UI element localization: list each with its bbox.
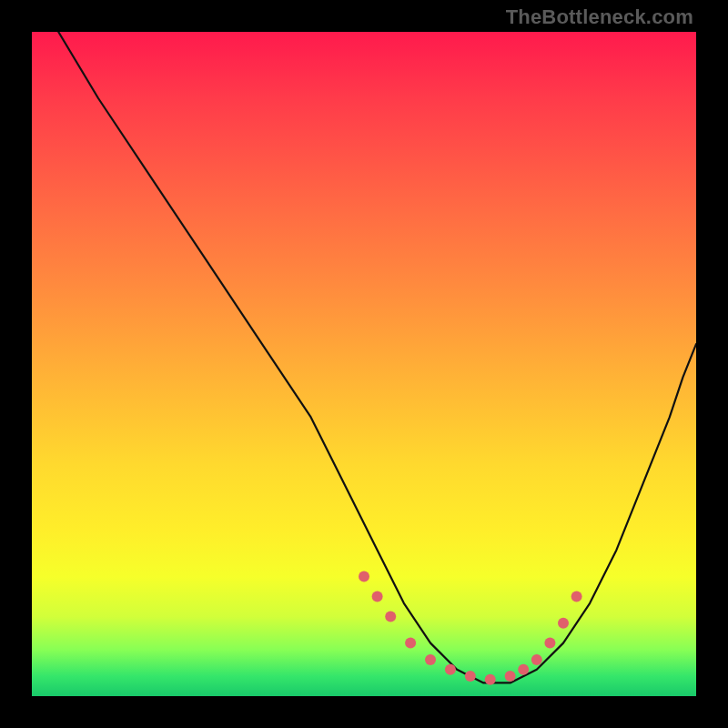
chart-svg (32, 32, 696, 696)
marker-point (372, 592, 383, 602)
marker-point (544, 638, 555, 649)
marker-point (385, 611, 396, 622)
marker-point (445, 664, 456, 675)
chart-frame: TheBottleneck.com (0, 0, 728, 728)
marker-point (425, 654, 436, 665)
marker-point (359, 571, 369, 582)
watermark-text: TheBottleneck.com (506, 5, 693, 29)
bottleneck-curve (58, 32, 696, 682)
marker-point (465, 671, 476, 682)
marker-point (531, 654, 542, 665)
marker-point (558, 618, 569, 629)
marker-point (485, 674, 496, 685)
marker-point (571, 592, 582, 602)
marker-point (505, 671, 516, 682)
highlighted-points (359, 571, 582, 685)
plot-area (32, 32, 696, 696)
marker-point (405, 638, 416, 649)
marker-point (518, 664, 529, 675)
